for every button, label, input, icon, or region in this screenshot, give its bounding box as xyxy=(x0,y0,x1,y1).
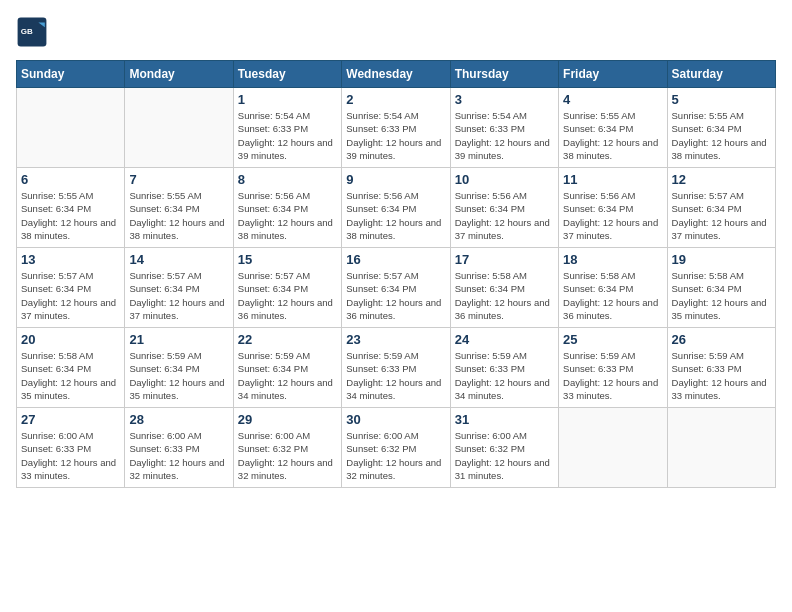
day-number: 21 xyxy=(129,332,228,347)
calendar-day-cell: 23Sunrise: 5:59 AM Sunset: 6:33 PM Dayli… xyxy=(342,328,450,408)
calendar-day-cell: 30Sunrise: 6:00 AM Sunset: 6:32 PM Dayli… xyxy=(342,408,450,488)
day-number: 13 xyxy=(21,252,120,267)
day-info: Sunrise: 5:59 AM Sunset: 6:33 PM Dayligh… xyxy=(672,349,771,402)
day-number: 4 xyxy=(563,92,662,107)
day-info: Sunrise: 5:58 AM Sunset: 6:34 PM Dayligh… xyxy=(563,269,662,322)
day-number: 9 xyxy=(346,172,445,187)
day-info: Sunrise: 5:58 AM Sunset: 6:34 PM Dayligh… xyxy=(672,269,771,322)
calendar-week-row: 20Sunrise: 5:58 AM Sunset: 6:34 PM Dayli… xyxy=(17,328,776,408)
day-number: 28 xyxy=(129,412,228,427)
day-number: 16 xyxy=(346,252,445,267)
day-number: 22 xyxy=(238,332,337,347)
calendar-day-cell: 21Sunrise: 5:59 AM Sunset: 6:34 PM Dayli… xyxy=(125,328,233,408)
calendar-day-cell: 16Sunrise: 5:57 AM Sunset: 6:34 PM Dayli… xyxy=(342,248,450,328)
day-info: Sunrise: 5:59 AM Sunset: 6:33 PM Dayligh… xyxy=(346,349,445,402)
day-number: 8 xyxy=(238,172,337,187)
day-info: Sunrise: 6:00 AM Sunset: 6:33 PM Dayligh… xyxy=(129,429,228,482)
calendar-day-header: Monday xyxy=(125,61,233,88)
calendar-day-header: Friday xyxy=(559,61,667,88)
calendar-week-row: 1Sunrise: 5:54 AM Sunset: 6:33 PM Daylig… xyxy=(17,88,776,168)
day-number: 10 xyxy=(455,172,554,187)
day-number: 18 xyxy=(563,252,662,267)
day-number: 14 xyxy=(129,252,228,267)
svg-text:GB: GB xyxy=(21,27,33,36)
calendar-day-cell: 31Sunrise: 6:00 AM Sunset: 6:32 PM Dayli… xyxy=(450,408,558,488)
logo: GB xyxy=(16,16,52,48)
calendar-day-header: Thursday xyxy=(450,61,558,88)
calendar-day-cell: 12Sunrise: 5:57 AM Sunset: 6:34 PM Dayli… xyxy=(667,168,775,248)
calendar-day-cell xyxy=(17,88,125,168)
calendar-day-cell: 1Sunrise: 5:54 AM Sunset: 6:33 PM Daylig… xyxy=(233,88,341,168)
calendar-day-cell: 11Sunrise: 5:56 AM Sunset: 6:34 PM Dayli… xyxy=(559,168,667,248)
calendar-week-row: 27Sunrise: 6:00 AM Sunset: 6:33 PM Dayli… xyxy=(17,408,776,488)
day-info: Sunrise: 5:58 AM Sunset: 6:34 PM Dayligh… xyxy=(21,349,120,402)
day-info: Sunrise: 5:57 AM Sunset: 6:34 PM Dayligh… xyxy=(129,269,228,322)
calendar-day-cell: 3Sunrise: 5:54 AM Sunset: 6:33 PM Daylig… xyxy=(450,88,558,168)
page-header: GB xyxy=(16,16,776,48)
calendar-table: SundayMondayTuesdayWednesdayThursdayFrid… xyxy=(16,60,776,488)
day-info: Sunrise: 6:00 AM Sunset: 6:33 PM Dayligh… xyxy=(21,429,120,482)
day-number: 2 xyxy=(346,92,445,107)
day-number: 3 xyxy=(455,92,554,107)
calendar-day-cell: 9Sunrise: 5:56 AM Sunset: 6:34 PM Daylig… xyxy=(342,168,450,248)
calendar-day-cell xyxy=(667,408,775,488)
calendar-day-cell: 6Sunrise: 5:55 AM Sunset: 6:34 PM Daylig… xyxy=(17,168,125,248)
calendar-day-cell: 14Sunrise: 5:57 AM Sunset: 6:34 PM Dayli… xyxy=(125,248,233,328)
day-number: 27 xyxy=(21,412,120,427)
day-number: 17 xyxy=(455,252,554,267)
calendar-day-header: Wednesday xyxy=(342,61,450,88)
calendar-day-cell: 8Sunrise: 5:56 AM Sunset: 6:34 PM Daylig… xyxy=(233,168,341,248)
day-info: Sunrise: 5:59 AM Sunset: 6:33 PM Dayligh… xyxy=(455,349,554,402)
day-info: Sunrise: 5:56 AM Sunset: 6:34 PM Dayligh… xyxy=(238,189,337,242)
day-number: 12 xyxy=(672,172,771,187)
day-number: 19 xyxy=(672,252,771,267)
calendar-day-cell: 18Sunrise: 5:58 AM Sunset: 6:34 PM Dayli… xyxy=(559,248,667,328)
calendar-header-row: SundayMondayTuesdayWednesdayThursdayFrid… xyxy=(17,61,776,88)
logo-icon: GB xyxy=(16,16,48,48)
day-number: 25 xyxy=(563,332,662,347)
day-info: Sunrise: 6:00 AM Sunset: 6:32 PM Dayligh… xyxy=(455,429,554,482)
day-number: 23 xyxy=(346,332,445,347)
calendar-day-cell: 19Sunrise: 5:58 AM Sunset: 6:34 PM Dayli… xyxy=(667,248,775,328)
calendar-day-cell: 13Sunrise: 5:57 AM Sunset: 6:34 PM Dayli… xyxy=(17,248,125,328)
calendar-day-cell: 29Sunrise: 6:00 AM Sunset: 6:32 PM Dayli… xyxy=(233,408,341,488)
day-info: Sunrise: 5:55 AM Sunset: 6:34 PM Dayligh… xyxy=(21,189,120,242)
calendar-day-header: Sunday xyxy=(17,61,125,88)
day-number: 1 xyxy=(238,92,337,107)
day-number: 20 xyxy=(21,332,120,347)
calendar-day-cell: 28Sunrise: 6:00 AM Sunset: 6:33 PM Dayli… xyxy=(125,408,233,488)
day-number: 11 xyxy=(563,172,662,187)
calendar-day-cell: 26Sunrise: 5:59 AM Sunset: 6:33 PM Dayli… xyxy=(667,328,775,408)
calendar-day-cell: 4Sunrise: 5:55 AM Sunset: 6:34 PM Daylig… xyxy=(559,88,667,168)
day-number: 29 xyxy=(238,412,337,427)
day-info: Sunrise: 5:54 AM Sunset: 6:33 PM Dayligh… xyxy=(346,109,445,162)
day-number: 26 xyxy=(672,332,771,347)
calendar-day-cell: 20Sunrise: 5:58 AM Sunset: 6:34 PM Dayli… xyxy=(17,328,125,408)
day-info: Sunrise: 5:55 AM Sunset: 6:34 PM Dayligh… xyxy=(129,189,228,242)
day-info: Sunrise: 6:00 AM Sunset: 6:32 PM Dayligh… xyxy=(346,429,445,482)
calendar-week-row: 6Sunrise: 5:55 AM Sunset: 6:34 PM Daylig… xyxy=(17,168,776,248)
day-number: 6 xyxy=(21,172,120,187)
day-info: Sunrise: 5:59 AM Sunset: 6:34 PM Dayligh… xyxy=(129,349,228,402)
day-info: Sunrise: 5:56 AM Sunset: 6:34 PM Dayligh… xyxy=(346,189,445,242)
day-info: Sunrise: 5:56 AM Sunset: 6:34 PM Dayligh… xyxy=(563,189,662,242)
calendar-day-header: Tuesday xyxy=(233,61,341,88)
calendar-day-cell: 15Sunrise: 5:57 AM Sunset: 6:34 PM Dayli… xyxy=(233,248,341,328)
calendar-day-cell: 22Sunrise: 5:59 AM Sunset: 6:34 PM Dayli… xyxy=(233,328,341,408)
calendar-day-cell xyxy=(559,408,667,488)
day-info: Sunrise: 5:55 AM Sunset: 6:34 PM Dayligh… xyxy=(563,109,662,162)
day-info: Sunrise: 5:57 AM Sunset: 6:34 PM Dayligh… xyxy=(346,269,445,322)
day-number: 24 xyxy=(455,332,554,347)
day-number: 31 xyxy=(455,412,554,427)
day-number: 15 xyxy=(238,252,337,267)
day-info: Sunrise: 5:59 AM Sunset: 6:34 PM Dayligh… xyxy=(238,349,337,402)
calendar-day-cell: 24Sunrise: 5:59 AM Sunset: 6:33 PM Dayli… xyxy=(450,328,558,408)
day-info: Sunrise: 5:57 AM Sunset: 6:34 PM Dayligh… xyxy=(238,269,337,322)
day-info: Sunrise: 5:58 AM Sunset: 6:34 PM Dayligh… xyxy=(455,269,554,322)
calendar-day-cell: 2Sunrise: 5:54 AM Sunset: 6:33 PM Daylig… xyxy=(342,88,450,168)
calendar-day-cell: 7Sunrise: 5:55 AM Sunset: 6:34 PM Daylig… xyxy=(125,168,233,248)
calendar-week-row: 13Sunrise: 5:57 AM Sunset: 6:34 PM Dayli… xyxy=(17,248,776,328)
day-info: Sunrise: 5:57 AM Sunset: 6:34 PM Dayligh… xyxy=(672,189,771,242)
calendar-day-cell: 27Sunrise: 6:00 AM Sunset: 6:33 PM Dayli… xyxy=(17,408,125,488)
day-info: Sunrise: 5:57 AM Sunset: 6:34 PM Dayligh… xyxy=(21,269,120,322)
